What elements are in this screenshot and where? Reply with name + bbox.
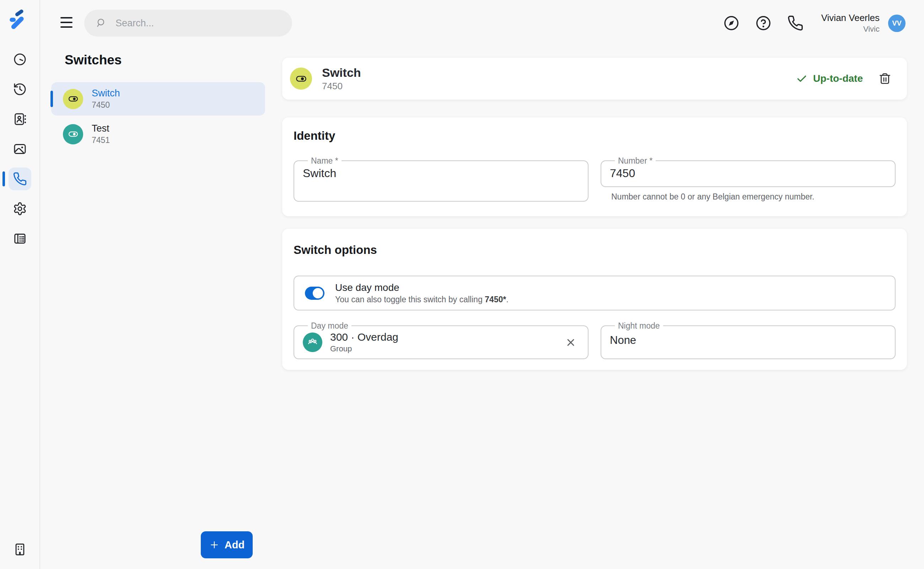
sidebar-nav: [9, 48, 31, 250]
list-item-test[interactable]: Test 7451: [51, 117, 265, 151]
list-item-text: Test 7451: [92, 123, 110, 145]
group-icon: [307, 337, 318, 348]
delete-button[interactable]: [878, 72, 891, 85]
explore-button[interactable]: [723, 15, 740, 31]
active-indicator: [3, 171, 5, 186]
history-icon: [13, 82, 27, 96]
name-field-label: Name *: [308, 156, 341, 165]
list-item-number: 7450: [92, 100, 120, 110]
toggle-hint-code: 7450*: [485, 295, 506, 304]
toggle-label: Use day mode: [335, 282, 508, 294]
search-bar: [84, 10, 292, 37]
toggle-text: Use day mode You can also toggle this sw…: [335, 282, 508, 304]
selected-indicator: [50, 91, 53, 107]
fax-icon: [13, 231, 27, 246]
number-field-label: Number *: [615, 156, 656, 165]
sidebar-item-settings[interactable]: [9, 197, 31, 220]
list-item-number: 7451: [92, 135, 110, 145]
night-mode-value: None: [610, 330, 886, 354]
detail-header-card: Switch 7450 Up-to-date: [282, 58, 907, 100]
switch-avatar: [290, 68, 312, 90]
toggle-hint: You can also toggle this switch by calli…: [335, 295, 508, 304]
switch-options-card: Switch options Use day mode You can also…: [282, 229, 907, 370]
toggle-knob: [313, 288, 323, 298]
day-mode-type: Group: [330, 344, 398, 353]
sidebar-item-media[interactable]: [9, 138, 31, 160]
day-mode-clear-button[interactable]: [565, 337, 577, 348]
settings-icon: [13, 202, 27, 216]
list-item-text: Switch 7450: [92, 88, 120, 110]
sidebar-item-history[interactable]: [9, 78, 31, 100]
options-title: Switch options: [294, 243, 895, 257]
user-org: Vivic: [821, 24, 880, 34]
day-mode-value: 300 · Overdag: [330, 331, 398, 343]
trash-icon: [878, 72, 891, 85]
number-field-group: Number * Number cannot be 0 or any Belgi…: [601, 156, 895, 202]
compass-icon: [723, 15, 740, 31]
sidebar-item-telephony[interactable]: [9, 167, 31, 190]
user-name: Vivian Veerles: [821, 12, 880, 23]
calls-button[interactable]: [787, 15, 804, 31]
search-input[interactable]: [84, 10, 292, 37]
sidebar-item-contacts[interactable]: [9, 108, 31, 131]
status-badge: Up-to-date: [796, 73, 863, 84]
phone-icon: [13, 172, 27, 186]
toggle-icon: [295, 73, 307, 85]
night-mode-label: Night mode: [615, 321, 663, 330]
status-label: Up-to-date: [813, 73, 863, 84]
toggle-icon: [68, 94, 79, 104]
check-icon: [796, 73, 807, 84]
toggle-icon: [68, 129, 79, 139]
sidebar-item-dashboard[interactable]: [9, 48, 31, 71]
help-button[interactable]: [755, 15, 772, 31]
contacts-icon: [13, 112, 27, 126]
day-mode-toggle[interactable]: [305, 287, 325, 300]
name-field: Name *: [294, 156, 589, 202]
switch-list: Switch 7450 Test 7451: [51, 82, 265, 151]
list-item-name: Test: [92, 123, 110, 134]
day-mode-toggle-row: Use day mode You can also toggle this sw…: [294, 275, 895, 310]
day-mode-field[interactable]: Day mode 300 · Overdag Group: [294, 321, 589, 359]
close-icon: [565, 337, 577, 348]
media-icon: [13, 142, 27, 156]
identity-title: Identity: [294, 129, 895, 143]
sidebar: [0, 0, 40, 569]
number-field: Number *: [601, 156, 895, 187]
user-menu[interactable]: Vivian Veerles Vivic VV: [821, 12, 906, 34]
number-helper-text: Number cannot be 0 or any Belgian emerge…: [611, 192, 895, 202]
header-actions: Up-to-date: [796, 72, 891, 85]
app-logo[interactable]: [6, 6, 33, 33]
detail-subtitle: 7450: [322, 81, 361, 92]
help-icon: [755, 15, 772, 31]
page-title: Switches: [65, 53, 121, 68]
sidebar-item-company[interactable]: [9, 538, 31, 561]
add-button-label: Add: [225, 539, 244, 551]
group-avatar: [303, 333, 322, 352]
day-mode-selection: 300 · Overdag Group: [330, 331, 398, 353]
day-mode-label: Day mode: [308, 321, 352, 330]
sidebar-item-devices[interactable]: [9, 227, 31, 250]
hamburger-icon: [61, 17, 73, 18]
phone-icon: [787, 15, 804, 31]
plus-icon: [209, 540, 220, 550]
night-mode-field[interactable]: Night mode None: [601, 321, 895, 359]
menu-button[interactable]: [61, 17, 73, 28]
switch-avatar: [63, 89, 83, 109]
name-input[interactable]: [303, 165, 579, 186]
user-text: Vivian Veerles Vivic: [821, 12, 880, 34]
gauge-icon: [13, 52, 27, 67]
detail-title: Switch: [322, 66, 361, 80]
list-item-name: Switch: [92, 88, 120, 99]
add-button[interactable]: Add: [201, 531, 253, 558]
avatar: VV: [888, 15, 906, 32]
building-icon: [13, 542, 27, 557]
header-text: Switch 7450: [322, 66, 361, 92]
app-logo-icon: [6, 6, 33, 33]
identity-card: Identity Name * Number * Number cannot b…: [282, 117, 907, 216]
avatar-initials: VV: [892, 19, 901, 27]
list-item-switch[interactable]: Switch 7450: [51, 82, 265, 116]
topbar-right: Vivian Veerles Vivic VV: [723, 0, 906, 46]
number-input[interactable]: [610, 165, 886, 186]
switch-avatar: [63, 124, 83, 145]
